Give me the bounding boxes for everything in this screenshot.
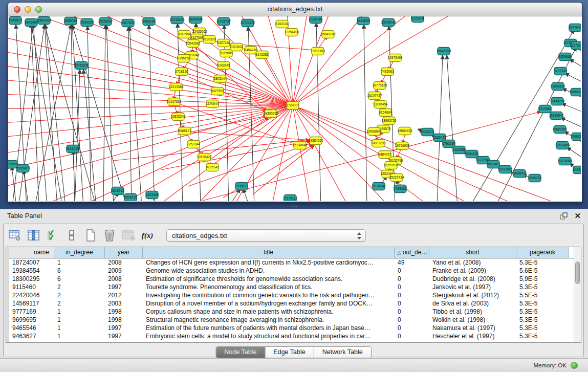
cell-title: Estimation of significance thresholds fo… (143, 275, 395, 283)
graph-node-label: 16210643 (549, 114, 564, 117)
table-row[interactable]: 1456911722003Disruption of a novel membe… (9, 299, 574, 308)
table-header-row: namein_degreeyeartitle△out_de…shortpager… (9, 247, 574, 258)
split-pane-handle[interactable] (290, 205, 297, 208)
graph-node-label: 1733426 (394, 187, 407, 190)
graph-edge (293, 16, 331, 105)
graph-edge (161, 141, 311, 170)
cell-short: Wolkin et al. (1998) (429, 316, 516, 324)
graph-node-label: 8912954 (178, 32, 191, 36)
table-row[interactable]: 1872400712008Changes of HCN gene express… (9, 258, 574, 267)
float-panel-icon[interactable] (560, 212, 568, 220)
graph-edge (209, 117, 269, 161)
graph-edge (567, 147, 581, 159)
table-row[interactable]: 911546021997Tourette syndrome. Phenomeno… (9, 283, 574, 291)
show-columns-icon[interactable] (27, 228, 41, 243)
cell-name: 18724007 (9, 258, 54, 267)
cell-title: Embryonic stem cells: a model to study s… (143, 332, 395, 340)
cell-out_degree: 49 (395, 258, 429, 267)
table-selector-dropdown[interactable]: citations_edges.txt (166, 229, 366, 242)
close-window-icon[interactable] (14, 6, 20, 13)
tab-node-table[interactable]: Node Table (216, 347, 265, 358)
graph-node-label: 8454749 (244, 48, 257, 52)
table-row[interactable]: 969969511998Structural magnetic resonanc… (9, 316, 574, 324)
graph-node-label: 1527802 (121, 21, 135, 25)
graph-node-label: 7252344 (187, 142, 200, 146)
cell-out_degree: 0 (395, 316, 429, 324)
cell-name: 22420046 (9, 291, 54, 299)
column-header-year[interactable]: year (105, 247, 143, 258)
table-scrollbar[interactable] (574, 247, 581, 342)
graph-node-label: 8133304 (411, 16, 424, 20)
graph-node-label: 18999942 (188, 17, 203, 21)
new-column-icon[interactable] (83, 228, 98, 243)
row-height-icon[interactable] (64, 228, 79, 243)
column-header-title[interactable]: title (143, 247, 395, 258)
graph-node-label: 17174112 (283, 196, 298, 200)
graph-edge (71, 25, 75, 201)
graph-node-label: 15136141 (372, 184, 386, 188)
table-row[interactable]: 946362711997Embryonic stem cells: a mode… (9, 332, 574, 340)
cell-short: Stergiakouli et al. (2012) (429, 291, 516, 299)
memory-status-label: Memory: OK (533, 362, 567, 368)
graph-node-label: 12444154 (550, 99, 565, 103)
column-header-pagerank[interactable]: pagerank (516, 247, 569, 258)
graph-node-label: 9227343 (554, 69, 567, 73)
cell-name: 19384554 (9, 267, 54, 275)
select-all-icon[interactable] (46, 228, 60, 243)
cell-year: 1997 (105, 332, 143, 340)
graph-node-label: 19756928 (395, 144, 410, 147)
table-row[interactable]: 977716911998Corpus callosum shape and si… (9, 308, 574, 316)
column-header-in_degree[interactable]: in_degree (54, 247, 105, 258)
cell-year: 1997 (105, 283, 143, 291)
column-header-short[interactable]: short (429, 247, 516, 258)
desktop-background: citations_edges.txt 20455729241407206914… (0, 0, 588, 209)
column-header-name[interactable]: name (9, 247, 54, 258)
cell-out_degree: 0 (395, 283, 429, 291)
cell-year: 1997 (105, 324, 143, 332)
graph-edge (243, 189, 250, 201)
graph-node-label: 8133046 (309, 17, 322, 21)
graph-node-label: 25227434 (389, 176, 404, 179)
table-row[interactable]: 2242004622012Investigating the contribut… (9, 291, 574, 299)
cell-name: 9115460 (9, 283, 54, 291)
graph-edge (263, 55, 289, 104)
graph-edge (33, 24, 47, 201)
cell-name: 9699695 (9, 316, 54, 324)
cell-short: Dudbridge et al. (2008) (429, 275, 516, 283)
cell-year: 2012 (105, 291, 143, 299)
zoom-window-icon[interactable] (35, 6, 42, 13)
table-row[interactable]: 1938455462009Genome-wide association stu… (9, 267, 574, 275)
cell-pagerank: 5.3E-5 (516, 332, 569, 340)
graph-node-label: 9241407 (25, 20, 38, 24)
tab-edge-table[interactable]: Edge Table (265, 347, 314, 358)
table-selector-value: citations_edges.txt (172, 232, 227, 239)
close-panel-icon[interactable]: ✕ (574, 211, 581, 221)
table-row[interactable]: 1830029562008Estimation of significance … (9, 275, 574, 283)
memory-ok-indicator[interactable] (571, 362, 578, 369)
network-canvas[interactable]: 2045572924140720691406865508995463251065… (8, 16, 581, 201)
cell-pagerank: 5.3E-5 (516, 258, 569, 267)
graph-node-label: 5905415 (16, 166, 30, 170)
cell-in_degree: 2 (54, 283, 105, 291)
table-row[interactable]: 946554611997Estimation of the future num… (9, 324, 574, 332)
graph-node-label: 10107553 (167, 100, 182, 103)
delete-table-icon[interactable] (121, 228, 136, 243)
tab-network-table[interactable]: Network Table (314, 347, 371, 358)
cell-pagerank: 5.3E-5 (516, 308, 569, 316)
table-mode-icon[interactable] (8, 228, 22, 243)
scrollbar-thumb[interactable] (575, 261, 580, 284)
graph-edge (437, 55, 443, 201)
cell-year: 2008 (105, 275, 143, 283)
function-builder-icon[interactable]: f(x) (140, 228, 155, 243)
graph-edge (149, 25, 155, 201)
minimize-window-icon[interactable] (25, 6, 31, 13)
cell-name: 18300295 (9, 275, 54, 283)
delete-rows-icon[interactable] (102, 228, 117, 243)
cell-in_degree: 1 (54, 332, 105, 340)
graph-node-label: 9247041 (569, 26, 581, 29)
window-titlebar[interactable]: citations_edges.txt (8, 3, 582, 16)
graph-node-label: 9396168 (177, 56, 190, 60)
graph-node-label: 19384554 (309, 139, 323, 142)
column-header-out_degree[interactable]: △out_de… (395, 247, 429, 258)
cell-title: Tourette syndrome. Phenomenology and cla… (143, 283, 395, 291)
